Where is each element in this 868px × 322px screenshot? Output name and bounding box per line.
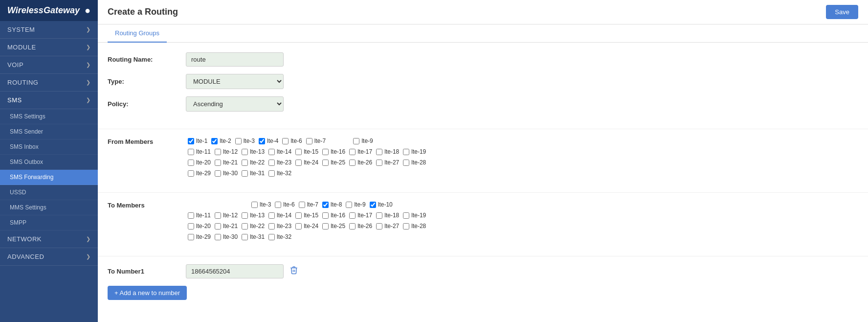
- from-lte7[interactable]: lte-7: [304, 137, 328, 145]
- to-lte28[interactable]: lte-28: [401, 222, 428, 230]
- sidebar-subitem-smpp[interactable]: SMPP: [0, 215, 98, 230]
- to-lte30[interactable]: lte-30: [213, 232, 240, 241]
- sidebar-subitem-sms-inbox[interactable]: SMS Inbox: [0, 139, 98, 155]
- to-lte24[interactable]: lte-24: [293, 222, 320, 230]
- from-lte32[interactable]: lte-32: [267, 169, 293, 178]
- to-lte22[interactable]: lte-22: [240, 222, 267, 230]
- to-lte21[interactable]: lte-21: [213, 222, 240, 230]
- chevron-right-icon: ❯: [86, 44, 91, 50]
- from-lte4[interactable]: lte-4: [257, 137, 280, 145]
- to-lte32[interactable]: lte-32: [267, 232, 293, 241]
- from-lte15[interactable]: lte-15: [293, 147, 320, 156]
- sidebar-item-label: NETWORK: [7, 235, 42, 243]
- to-lte26[interactable]: lte-26: [347, 222, 374, 230]
- to-lte12[interactable]: lte-12: [213, 211, 240, 220]
- from-lte6[interactable]: lte-6: [280, 137, 304, 145]
- to-lte11[interactable]: lte-11: [186, 211, 213, 220]
- to-lte16[interactable]: lte-16: [320, 211, 347, 220]
- sidebar-subitem-label: SMS Sender: [10, 128, 43, 135]
- from-lte27[interactable]: lte-27: [374, 158, 401, 167]
- from-lte24[interactable]: lte-24: [293, 158, 320, 167]
- to-lte31[interactable]: lte-31: [240, 232, 267, 241]
- sidebar-subitem-label: MMS Settings: [10, 204, 46, 211]
- wifi-icon: ●: [85, 5, 90, 16]
- to-lte6[interactable]: lte-6: [273, 200, 296, 209]
- from-lte28[interactable]: lte-28: [401, 158, 428, 167]
- from-lte19[interactable]: lte-19: [401, 147, 428, 156]
- from-lte9[interactable]: lte-9: [351, 137, 375, 145]
- to-lte10[interactable]: lte-10: [368, 200, 395, 209]
- sidebar: WirelessGateway ● SYSTEM ❯ MODULE ❯ VOIP…: [0, 0, 98, 322]
- sidebar-item-network[interactable]: NETWORK ❯: [0, 230, 98, 248]
- from-members-label: From Members: [108, 137, 186, 145]
- to-lte7[interactable]: lte-7: [297, 200, 320, 209]
- sidebar-subitem-sms-outbox[interactable]: SMS Outbox: [0, 155, 98, 170]
- to-number-label: To Number1: [108, 268, 186, 275]
- routing-name-input[interactable]: [186, 52, 284, 67]
- sidebar-item-routing[interactable]: ROUTING ❯: [0, 74, 98, 92]
- from-lte13[interactable]: lte-13: [240, 147, 267, 156]
- to-lte13[interactable]: lte-13: [240, 211, 267, 220]
- type-label: Type:: [108, 78, 186, 85]
- from-lte26[interactable]: lte-26: [347, 158, 374, 167]
- from-lte20[interactable]: lte-20: [186, 158, 213, 167]
- sidebar-subitem-mms-settings[interactable]: MMS Settings: [0, 200, 98, 215]
- sidebar-item-module[interactable]: MODULE ❯: [0, 39, 98, 56]
- to-lte19[interactable]: lte-19: [401, 211, 428, 220]
- sidebar-item-label: VOIP: [7, 61, 23, 69]
- from-lte11[interactable]: lte-11: [186, 147, 213, 156]
- tabs-container: Routing Groups: [98, 24, 868, 43]
- from-members-grid: lte-1 lte-2 lte-3 lte-4 lte-6 lte-7 lte-…: [186, 137, 858, 178]
- save-button[interactable]: Save: [826, 5, 858, 19]
- tab-routing-groups[interactable]: Routing Groups: [108, 24, 167, 43]
- from-lte21[interactable]: lte-21: [213, 158, 240, 167]
- sidebar-subitem-sms-forwarding[interactable]: SMS Forwarding: [0, 170, 98, 185]
- delete-number-button[interactable]: [288, 264, 300, 278]
- from-lte29[interactable]: lte-29: [186, 169, 213, 178]
- sidebar-item-system[interactable]: SYSTEM ❯: [0, 21, 98, 39]
- from-lte25[interactable]: lte-25: [320, 158, 347, 167]
- to-lte29[interactable]: lte-29: [186, 232, 213, 241]
- to-members-section: To Members lte-3 lte-6 lte-7 lte-8 lte-9…: [98, 192, 868, 256]
- add-number-button[interactable]: + Add a new to number: [108, 286, 187, 300]
- from-lte16[interactable]: lte-16: [320, 147, 347, 156]
- sidebar-subitem-ussd[interactable]: USSD: [0, 185, 98, 200]
- sidebar-subitem-sms-settings[interactable]: SMS Settings: [0, 109, 98, 124]
- from-lte31[interactable]: lte-31: [240, 169, 267, 178]
- to-lte18[interactable]: lte-18: [374, 211, 401, 220]
- sidebar-subitem-label: SMS Forwarding: [10, 174, 53, 181]
- sidebar-subitem-sms-sender[interactable]: SMS Sender: [0, 124, 98, 139]
- from-lte22[interactable]: lte-22: [240, 158, 267, 167]
- from-lte1[interactable]: lte-1: [186, 137, 209, 145]
- chevron-right-icon: ❯: [86, 236, 91, 242]
- to-lte9[interactable]: lte-9: [344, 200, 367, 209]
- to-lte27[interactable]: lte-27: [374, 222, 401, 230]
- policy-select[interactable]: Ascending Descending Round Robin Random: [186, 96, 284, 112]
- to-lte15[interactable]: lte-15: [293, 211, 320, 220]
- to-number-section: To Number1 + Add a new to number: [98, 256, 868, 307]
- from-lte17[interactable]: lte-17: [347, 147, 374, 156]
- sidebar-item-advanced[interactable]: ADVANCED ❯: [0, 248, 98, 266]
- to-lte8[interactable]: lte-8: [320, 200, 344, 209]
- to-lte20[interactable]: lte-20: [186, 222, 213, 230]
- from-lte14[interactable]: lte-14: [267, 147, 293, 156]
- from-lte23[interactable]: lte-23: [267, 158, 293, 167]
- from-lte3[interactable]: lte-3: [233, 137, 257, 145]
- to-lte3[interactable]: lte-3: [249, 200, 273, 209]
- from-lte2[interactable]: lte-2: [209, 137, 233, 145]
- to-lte14[interactable]: lte-14: [267, 211, 293, 220]
- type-row: Type: MODULE VOIP SMS: [108, 74, 858, 89]
- to-number-row: To Number1: [108, 264, 858, 278]
- from-lte18[interactable]: lte-18: [374, 147, 401, 156]
- from-lte30[interactable]: lte-30: [213, 169, 240, 178]
- to-number-input[interactable]: [186, 264, 284, 278]
- sidebar-item-voip[interactable]: VOIP ❯: [0, 56, 98, 74]
- from-lte12[interactable]: lte-12: [213, 147, 240, 156]
- to-lte23[interactable]: lte-23: [267, 222, 293, 230]
- to-members-row: To Members lte-3 lte-6 lte-7 lte-8 lte-9…: [108, 200, 858, 241]
- type-select[interactable]: MODULE VOIP SMS: [186, 74, 284, 89]
- to-lte25[interactable]: lte-25: [320, 222, 347, 230]
- sidebar-item-sms[interactable]: SMS ❯: [0, 92, 98, 109]
- to-lte17[interactable]: lte-17: [347, 211, 374, 220]
- to-members-grid: lte-3 lte-6 lte-7 lte-8 lte-9 lte-10 lte…: [186, 200, 858, 241]
